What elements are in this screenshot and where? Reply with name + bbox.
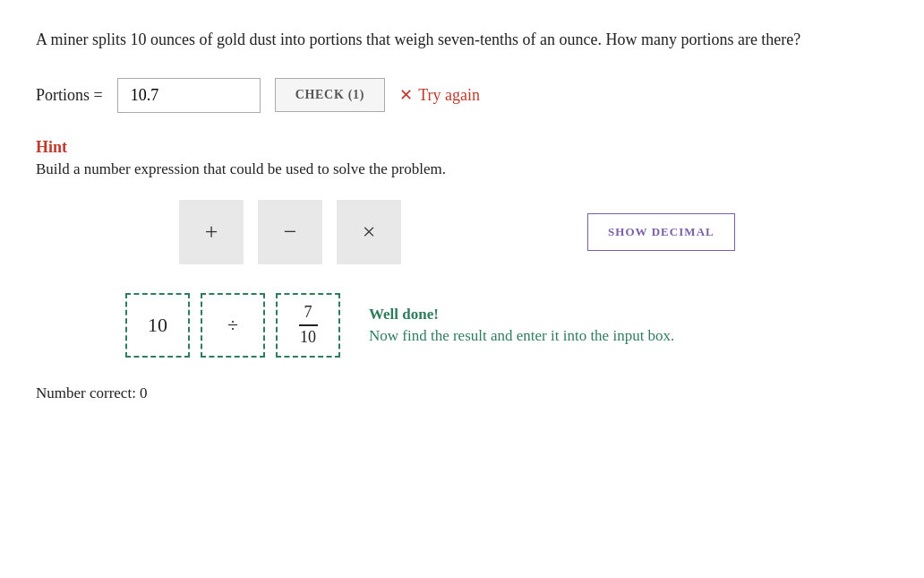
- fraction-numerator: 7: [299, 303, 318, 326]
- problem-text: A miner splits 10 ounces of gold dust in…: [36, 27, 888, 53]
- answer-row: Portions = CHECK (1) ✕ Try again: [36, 78, 888, 113]
- x-icon: ✕: [399, 85, 413, 105]
- hint-label: Hint: [36, 138, 888, 157]
- minus-button[interactable]: −: [258, 200, 322, 264]
- operator-show-row: + − × SHOW DECIMAL: [36, 200, 888, 264]
- well-done-text: Well done!: [369, 306, 674, 324]
- now-find-text: Now find the result and enter it into th…: [369, 327, 674, 345]
- hint-section: Hint Build a number expression that coul…: [36, 138, 888, 178]
- portions-label: Portions =: [36, 86, 103, 105]
- check-button[interactable]: CHECK (1): [275, 78, 385, 112]
- well-done-section: Well done! Now find the result and enter…: [369, 306, 674, 345]
- plus-button[interactable]: +: [179, 200, 244, 264]
- operator-buttons-group: + − ×: [179, 200, 408, 264]
- fraction-denominator: 10: [295, 326, 321, 348]
- times-button[interactable]: ×: [337, 200, 401, 264]
- try-again-label: Try again: [418, 86, 480, 105]
- number-correct: Number correct: 0: [36, 384, 888, 402]
- answer-input[interactable]: [117, 78, 261, 113]
- try-again[interactable]: ✕ Try again: [399, 85, 480, 105]
- expression-row: 10 ÷ 7 10 Well done! Now find the result…: [125, 293, 888, 358]
- expression-operator-value: ÷: [227, 314, 238, 337]
- hint-text: Build a number expression that could be …: [36, 160, 888, 178]
- show-decimal-button[interactable]: SHOW DECIMAL: [587, 213, 735, 251]
- expression-left-value: 10: [148, 314, 167, 337]
- expression-left-box[interactable]: 10: [125, 293, 190, 358]
- expression-operator-box[interactable]: ÷: [201, 293, 265, 358]
- expression-fraction-box[interactable]: 7 10: [276, 293, 340, 358]
